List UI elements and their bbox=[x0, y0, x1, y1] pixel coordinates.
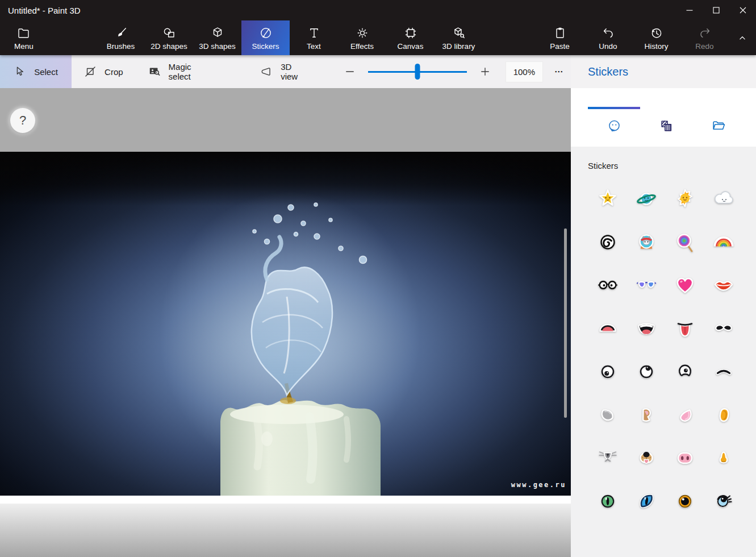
sticker-mouth-open[interactable] bbox=[595, 316, 620, 341]
select-cursor-icon bbox=[14, 65, 26, 78]
sticker-spiral[interactable] bbox=[595, 230, 620, 255]
ribbon-tab-undo[interactable]: Undo bbox=[584, 20, 632, 55]
textures-icon bbox=[659, 119, 674, 135]
panel-title: Stickers bbox=[588, 65, 628, 78]
cloud-icon bbox=[711, 186, 736, 211]
ribbon-tab-text[interactable]: Text bbox=[290, 20, 338, 55]
close-button[interactable] bbox=[729, 0, 756, 20]
panel-tab-textures[interactable] bbox=[640, 107, 692, 147]
zoom-level-value[interactable]: 100% bbox=[506, 61, 543, 82]
menu-icon bbox=[17, 25, 31, 40]
minimize-button[interactable] bbox=[676, 0, 703, 20]
sticker-saturn-planet[interactable] bbox=[634, 186, 659, 211]
spiral-icon bbox=[595, 230, 620, 255]
zoom-slider[interactable] bbox=[368, 64, 466, 80]
ribbon-tab-3d-library[interactable]: 3D library bbox=[435, 20, 483, 55]
saturn-planet-icon bbox=[634, 186, 659, 211]
sticker-pig-nose[interactable] bbox=[673, 446, 697, 471]
ribbon-tab-3d-shapes[interactable]: 3D shapes bbox=[193, 20, 241, 55]
ribbon-tab-paste[interactable]: Paste bbox=[536, 20, 584, 55]
sticker-cloud[interactable] bbox=[711, 186, 736, 211]
sticker-rainbow[interactable] bbox=[711, 230, 736, 255]
tool-magic-select[interactable]: Magic select bbox=[136, 55, 228, 88]
sticker-cat-nose-whiskers[interactable] bbox=[595, 446, 620, 471]
ribbon-tab-menu[interactable]: Menu bbox=[7, 20, 41, 55]
ear-orange-icon bbox=[711, 402, 736, 427]
redo-icon bbox=[698, 25, 712, 40]
sticker-eye-looking-up[interactable] bbox=[634, 359, 659, 384]
collapse-ribbon-button[interactable] bbox=[729, 20, 756, 55]
sticker-sun[interactable] bbox=[673, 186, 697, 211]
sticker-eye-worried[interactable] bbox=[673, 359, 697, 384]
panel-tab-sticker-face[interactable] bbox=[588, 107, 640, 147]
sticker-ear-orange[interactable] bbox=[711, 402, 736, 427]
cat-nose-whiskers-icon bbox=[595, 446, 620, 471]
sticker-owl-eye-orange[interactable] bbox=[673, 489, 697, 514]
sticker-aviator-sunglasses[interactable] bbox=[634, 273, 659, 298]
ribbon-tab-effects[interactable]: Effects bbox=[338, 20, 386, 55]
pig-nose-icon bbox=[673, 446, 697, 471]
sticker-dog-nose[interactable] bbox=[634, 446, 659, 471]
heart-icon bbox=[673, 273, 697, 298]
sticker-star[interactable] bbox=[595, 186, 620, 211]
sticker-eye-with-lashes[interactable] bbox=[711, 489, 736, 514]
cat-eye-green-icon bbox=[595, 489, 620, 514]
help-button[interactable]: ? bbox=[10, 108, 35, 133]
ribbon-tab-canvas[interactable]: Canvas bbox=[386, 20, 435, 55]
sticker-mustache[interactable] bbox=[711, 316, 736, 341]
sticker-cat-eye-green[interactable] bbox=[595, 489, 620, 514]
eye-closed-icon bbox=[711, 359, 736, 384]
sticker-eye-closed[interactable] bbox=[711, 359, 736, 384]
tool-crop[interactable]: Crop bbox=[72, 55, 136, 88]
ribbon-tab-2d-shapes[interactable]: 2D shapes bbox=[145, 20, 193, 55]
sticker-lips[interactable] bbox=[711, 273, 736, 298]
vertical-scrollbar[interactable] bbox=[564, 228, 567, 418]
maximize-button[interactable] bbox=[703, 0, 729, 20]
ribbon-tab-stickers[interactable]: Stickers bbox=[241, 20, 290, 55]
sticker-nose-yellow[interactable] bbox=[711, 446, 736, 471]
sticker-astronaut-cat[interactable] bbox=[634, 230, 659, 255]
sticker-cat-eye-blue[interactable] bbox=[634, 489, 659, 514]
sticker-round-glasses[interactable] bbox=[595, 273, 620, 298]
star-icon bbox=[595, 186, 620, 211]
close-icon bbox=[738, 6, 747, 15]
canvas-image-candle[interactable]: www.gee.ru bbox=[0, 152, 571, 496]
canvas-table-reflection bbox=[0, 504, 571, 557]
ribbon: Menu Brushes 2D shapes 3D shapes Sticker… bbox=[0, 20, 756, 55]
stickers-panel: Stickers Stickers bbox=[571, 55, 756, 557]
more-options-button[interactable]: ⋯ bbox=[548, 62, 571, 81]
stickers-icon bbox=[259, 25, 273, 40]
chevron-up-icon bbox=[737, 33, 747, 43]
aviator-sunglasses-icon bbox=[634, 273, 659, 298]
zoom-out-button[interactable] bbox=[340, 61, 360, 82]
sticker-grid bbox=[595, 186, 756, 514]
panel-tab-folder[interactable] bbox=[692, 107, 745, 147]
crop-icon bbox=[84, 65, 97, 78]
sticker-ear-tan[interactable] bbox=[634, 402, 659, 427]
sticker-eye-looking-down[interactable] bbox=[595, 359, 620, 384]
3d-shapes-icon bbox=[211, 25, 224, 40]
sticker-ear-pink[interactable] bbox=[673, 402, 697, 427]
sticker-mouth-laughing[interactable] bbox=[634, 316, 659, 341]
sticker-mouth-tongue-out[interactable] bbox=[673, 316, 697, 341]
2d-shapes-icon bbox=[162, 25, 176, 40]
zoom-in-button[interactable] bbox=[475, 61, 495, 82]
sticker-nose-gray[interactable] bbox=[595, 402, 620, 427]
ribbon-tab-history[interactable]: History bbox=[632, 20, 680, 55]
stickers-section-label: Stickers bbox=[588, 161, 756, 171]
canvas-icon bbox=[404, 25, 417, 40]
ribbon-tab-brushes[interactable]: Brushes bbox=[97, 20, 145, 55]
sun-icon bbox=[673, 186, 697, 211]
sticker-heart[interactable] bbox=[673, 273, 697, 298]
ribbon-menu-slot: Menu bbox=[0, 20, 41, 55]
sticker-lollipop[interactable] bbox=[673, 230, 697, 255]
history-icon bbox=[650, 25, 663, 40]
tool-3d-view[interactable]: 3D view bbox=[248, 55, 323, 88]
contextual-toolbar: Select Crop Magic select 3D view 100% ⋯ bbox=[0, 55, 571, 88]
owl-eye-orange-icon bbox=[673, 489, 697, 514]
round-glasses-icon bbox=[595, 273, 620, 298]
zoom-slider-thumb[interactable] bbox=[415, 64, 420, 80]
tool-select[interactable]: Select bbox=[0, 55, 72, 88]
ribbon-tab-redo[interactable]: Redo bbox=[680, 20, 729, 55]
canvas-blank-area[interactable] bbox=[0, 496, 571, 504]
